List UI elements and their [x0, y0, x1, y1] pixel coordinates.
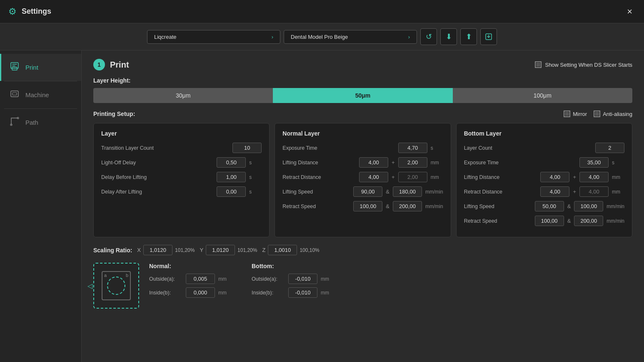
export-up-button[interactable]: ⬆ [460, 28, 477, 45]
layer-height-100[interactable]: 100μm [453, 88, 632, 103]
panels-row: Layer Transition Layer Count Light-Off D… [93, 123, 632, 237]
bottom-outside-input[interactable] [288, 274, 317, 284]
antialiasing-checkbox[interactable] [594, 111, 600, 117]
bottom-layer-count-input[interactable] [595, 143, 624, 153]
layer-height-30[interactable]: 30μm [93, 88, 273, 103]
normal-inside-input[interactable] [186, 287, 215, 298]
scaling-x-pct: 101,20% [175, 247, 195, 253]
bottom-exposure-row: Exposure Time s [464, 157, 624, 168]
normal-lifting-dist-unit: mm [431, 160, 443, 166]
bottom-retract-dist-input2[interactable] [579, 186, 609, 197]
sidebar-label-machine: Machine [25, 91, 49, 98]
sidebar-label-print: Print [25, 64, 38, 71]
show-setting-label: Show Setting When DS Slicer Starts [545, 62, 632, 68]
scaling-y-input[interactable] [206, 245, 235, 255]
normal-retract-dist-input1[interactable] [359, 172, 388, 182]
delay-before-lifting-input[interactable] [217, 172, 246, 182]
app-title: Settings [22, 7, 51, 16]
scaling-z-input[interactable] [268, 245, 297, 255]
normal-lifting-dist-row: Lifting Distance + mm [282, 157, 443, 168]
normal-retract-speed-input1[interactable] [353, 201, 382, 211]
normal-exposure-input[interactable] [398, 143, 427, 153]
delay-after-lifting-unit: s [249, 189, 262, 195]
path-icon [10, 116, 20, 128]
normal-retract-dist-row: Retract Distance + mm [282, 172, 443, 182]
bottom-lifting-speed-input2[interactable] [574, 201, 603, 211]
scaling-z: Z 100,10% [262, 245, 319, 255]
normal-lifting-speed-label: Lifting Speed [282, 189, 350, 195]
normal-retract-speed-input2[interactable] [393, 201, 422, 211]
bottom-lifting-dist-label: Lifting Distance [464, 174, 537, 180]
scaling-y-label: Y [200, 247, 203, 253]
sidebar-item-print[interactable]: Print [0, 54, 81, 81]
diagram-circle [107, 277, 125, 295]
scaling-row: Scaling Ratio: X 101,20% Y 101,20% Z 100… [93, 245, 632, 255]
bottom-lifting-dist-unit: mm [612, 174, 624, 180]
normal-lifting-speed-input1[interactable] [353, 186, 382, 197]
bottom-inside-input[interactable] [288, 287, 317, 298]
bottom-retract-dist-input1[interactable] [540, 186, 569, 197]
bottom-lifting-speed-row: Lifting Speed & mm/min [464, 201, 624, 211]
manufacturer-chevron-icon: › [272, 34, 273, 40]
scaling-x: X 101,20% [137, 245, 195, 255]
mirror-checkbox-label[interactable]: Mirror [564, 111, 587, 117]
layer-height-50[interactable]: 50μm [273, 88, 452, 103]
normal-retract-dist-unit: mm [431, 174, 443, 180]
scaling-x-input[interactable] [143, 245, 172, 255]
normal-lifting-speed-input2[interactable] [393, 186, 422, 197]
bottom-lifting-dist-input2[interactable] [579, 172, 609, 182]
printing-setup-header: Printing Setup: Mirror Anti-aliasing [93, 111, 632, 117]
bottom-outside-unit: mm [321, 276, 329, 282]
section-number: 1 [93, 59, 105, 70]
mirror-antialiasing: Mirror Anti-aliasing [564, 111, 632, 117]
mirror-checkbox[interactable] [564, 111, 570, 117]
export-down-button[interactable] [480, 28, 497, 45]
scaling-label: Scaling Ratio: [93, 247, 132, 254]
normal-outside-unit: mm [218, 276, 227, 282]
normal-bottom-fields: Normal: Outside(a): mm Inside(b): mm Bot… [149, 263, 329, 301]
material-dropdown[interactable]: Dental Model Pro Beige › [284, 30, 417, 44]
bottom-inside-label: Inside(b): [252, 290, 285, 296]
scaling-z-pct: 100,10% [300, 247, 319, 253]
show-setting-checkbox[interactable] [535, 61, 542, 68]
diagram-box: a b ◁ [93, 263, 139, 309]
reset-button[interactable]: ↺ [420, 28, 437, 45]
normal-lifting-dist-input1[interactable] [359, 157, 388, 168]
bottom-exposure-input[interactable] [579, 157, 609, 168]
light-off-delay-input[interactable] [217, 157, 246, 168]
toolbar: Liqcreate › Dental Model Pro Beige › ↺ ⬇… [0, 23, 644, 50]
import-button[interactable]: ⬇ [440, 28, 457, 45]
delay-after-lifting-input[interactable] [217, 186, 246, 197]
normal-retract-speed-row: Retract Speed & mm/min [282, 201, 443, 211]
bottom-retract-speed-input1[interactable] [535, 216, 564, 226]
bottom-inside-unit: mm [321, 290, 329, 296]
manufacturer-dropdown[interactable]: Liqcreate › [147, 30, 280, 44]
bottom-retract-dist-row: Retract Distance + mm [464, 186, 624, 197]
title-bar-left: ⚙ Settings [8, 6, 51, 17]
normal-lifting-dist-input2[interactable] [398, 157, 427, 168]
sidebar-item-path[interactable]: Path [0, 109, 81, 136]
normal-inside-row: Inside(b): mm [149, 287, 227, 298]
normal-title: Normal: [149, 263, 227, 269]
normal-outside-input[interactable] [186, 274, 215, 284]
bottom-lifting-dist-input1[interactable] [540, 172, 569, 182]
layer-height-label: Layer Height: [93, 77, 632, 84]
bottom-lifting-speed-input1[interactable] [535, 201, 564, 211]
normal-layer-panel: Normal Layer Exposure Time s Lifting Dis… [275, 123, 451, 237]
svg-rect-4 [12, 93, 17, 95]
diagram-inner: a b [102, 271, 131, 300]
bottom-retract-speed-input2[interactable] [574, 216, 603, 226]
transition-layer-row: Transition Layer Count [101, 143, 262, 153]
bottom-layer-panel: Bottom Layer Layer Count Exposure Time s… [456, 123, 632, 237]
sidebar-item-machine[interactable]: Machine [0, 81, 81, 108]
layer-panel-title: Layer [101, 130, 262, 137]
diagram-label-b: b [126, 273, 128, 278]
transition-layer-input[interactable] [232, 143, 262, 153]
antialiasing-checkbox-label[interactable]: Anti-aliasing [594, 111, 632, 117]
bottom-retract-dist-label: Retract Distance [464, 189, 537, 195]
normal-exposure-row: Exposure Time s [282, 143, 443, 153]
sidebar: Print Machine Path [0, 50, 82, 362]
printing-setup-label: Printing Setup: [93, 111, 135, 117]
close-button[interactable]: × [624, 5, 636, 19]
normal-retract-dist-input2[interactable] [398, 172, 427, 182]
